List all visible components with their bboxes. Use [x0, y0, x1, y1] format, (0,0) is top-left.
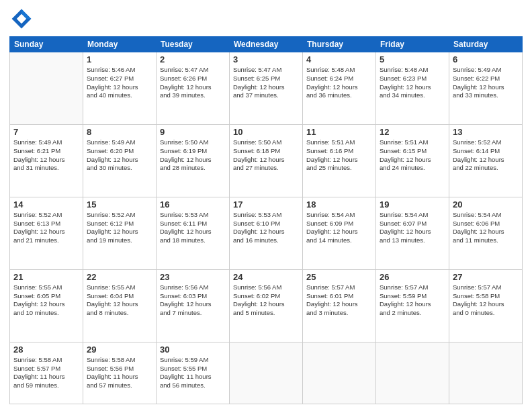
day-number: 12 — [380, 127, 445, 137]
day-info: Sunrise: 5:55 AM Sunset: 6:05 PM Dayligh… — [13, 283, 79, 318]
day-number: 20 — [453, 199, 519, 210]
day-number: 9 — [160, 127, 226, 137]
day-number: 6 — [453, 54, 519, 64]
weekday-header-monday: Monday — [83, 37, 157, 52]
day-info: Sunrise: 5:50 AM Sunset: 6:19 PM Dayligh… — [160, 138, 226, 173]
weekday-header-saturday: Saturday — [449, 37, 523, 52]
day-info: Sunrise: 5:52 AM Sunset: 6:12 PM Dayligh… — [87, 211, 152, 245]
day-number: 25 — [306, 272, 372, 282]
day-info: Sunrise: 5:55 AM Sunset: 6:04 PM Dayligh… — [87, 283, 152, 318]
day-number: 28 — [13, 345, 79, 355]
calendar-cell — [449, 342, 523, 404]
day-number: 22 — [87, 272, 152, 282]
calendar-cell: 16Sunrise: 5:53 AM Sunset: 6:11 PM Dayli… — [157, 197, 230, 269]
day-info: Sunrise: 5:47 AM Sunset: 6:26 PM Dayligh… — [160, 66, 226, 100]
day-info: Sunrise: 5:54 AM Sunset: 6:07 PM Dayligh… — [380, 211, 445, 245]
day-number: 15 — [87, 199, 152, 210]
day-info: Sunrise: 5:53 AM Sunset: 6:10 PM Dayligh… — [233, 211, 299, 245]
day-info: Sunrise: 5:54 AM Sunset: 6:06 PM Dayligh… — [453, 211, 519, 245]
calendar-cell: 11Sunrise: 5:51 AM Sunset: 6:16 PM Dayli… — [303, 124, 376, 197]
day-number: 27 — [453, 272, 519, 282]
calendar-cell: 24Sunrise: 5:56 AM Sunset: 6:02 PM Dayli… — [230, 269, 303, 342]
day-info: Sunrise: 5:57 AM Sunset: 6:01 PM Dayligh… — [306, 283, 372, 318]
calendar-cell: 6Sunrise: 5:49 AM Sunset: 6:22 PM Daylig… — [449, 52, 523, 125]
day-number: 11 — [306, 127, 372, 137]
calendar-cell: 2Sunrise: 5:47 AM Sunset: 6:26 PM Daylig… — [157, 52, 230, 125]
calendar-cell: 3Sunrise: 5:47 AM Sunset: 6:25 PM Daylig… — [230, 52, 303, 125]
day-info: Sunrise: 5:50 AM Sunset: 6:18 PM Dayligh… — [233, 138, 299, 173]
day-number: 1 — [87, 54, 152, 64]
calendar-cell: 26Sunrise: 5:57 AM Sunset: 5:59 PM Dayli… — [376, 269, 449, 342]
day-number: 5 — [380, 54, 445, 64]
day-number: 24 — [233, 272, 299, 282]
calendar-cell: 14Sunrise: 5:52 AM Sunset: 6:13 PM Dayli… — [10, 197, 83, 269]
day-number: 21 — [13, 272, 79, 282]
calendar-cell: 10Sunrise: 5:50 AM Sunset: 6:18 PM Dayli… — [230, 124, 303, 197]
day-number: 26 — [380, 272, 445, 282]
calendar-week-4: 28Sunrise: 5:58 AM Sunset: 5:57 PM Dayli… — [10, 342, 523, 404]
day-number: 3 — [233, 54, 299, 64]
calendar-cell: 15Sunrise: 5:52 AM Sunset: 6:12 PM Dayli… — [83, 197, 157, 269]
day-number: 18 — [306, 199, 372, 210]
day-info: Sunrise: 5:51 AM Sunset: 6:15 PM Dayligh… — [380, 138, 445, 173]
day-info: Sunrise: 5:51 AM Sunset: 6:16 PM Dayligh… — [306, 138, 372, 173]
calendar-cell: 17Sunrise: 5:53 AM Sunset: 6:10 PM Dayli… — [230, 197, 303, 269]
weekday-header-wednesday: Wednesday — [230, 37, 303, 52]
day-info: Sunrise: 5:47 AM Sunset: 6:25 PM Dayligh… — [233, 66, 299, 100]
day-info: Sunrise: 5:48 AM Sunset: 6:23 PM Dayligh… — [380, 66, 445, 100]
header — [9, 7, 523, 31]
day-info: Sunrise: 5:57 AM Sunset: 5:58 PM Dayligh… — [453, 283, 519, 318]
calendar-cell — [303, 342, 376, 404]
logo-icon — [9, 7, 34, 31]
calendar-cell: 5Sunrise: 5:48 AM Sunset: 6:23 PM Daylig… — [376, 52, 449, 125]
day-number: 17 — [233, 199, 299, 210]
calendar-cell: 19Sunrise: 5:54 AM Sunset: 6:07 PM Dayli… — [376, 197, 449, 269]
day-info: Sunrise: 5:52 AM Sunset: 6:14 PM Dayligh… — [453, 138, 519, 173]
calendar-cell: 22Sunrise: 5:55 AM Sunset: 6:04 PM Dayli… — [83, 269, 157, 342]
calendar-cell: 8Sunrise: 5:49 AM Sunset: 6:20 PM Daylig… — [83, 124, 157, 197]
day-info: Sunrise: 5:49 AM Sunset: 6:21 PM Dayligh… — [13, 138, 79, 173]
calendar-cell: 28Sunrise: 5:58 AM Sunset: 5:57 PM Dayli… — [10, 342, 83, 404]
day-number: 30 — [160, 345, 226, 355]
calendar-cell: 21Sunrise: 5:55 AM Sunset: 6:05 PM Dayli… — [10, 269, 83, 342]
calendar-cell: 18Sunrise: 5:54 AM Sunset: 6:09 PM Dayli… — [303, 197, 376, 269]
calendar-cell: 4Sunrise: 5:48 AM Sunset: 6:24 PM Daylig… — [303, 52, 376, 125]
day-number: 4 — [306, 54, 372, 64]
calendar-cell: 1Sunrise: 5:46 AM Sunset: 6:27 PM Daylig… — [83, 52, 157, 125]
calendar-cell: 9Sunrise: 5:50 AM Sunset: 6:19 PM Daylig… — [157, 124, 230, 197]
day-info: Sunrise: 5:52 AM Sunset: 6:13 PM Dayligh… — [13, 211, 79, 245]
weekday-header-sunday: Sunday — [10, 37, 83, 52]
calendar-week-1: 7Sunrise: 5:49 AM Sunset: 6:21 PM Daylig… — [10, 124, 523, 197]
weekday-header-tuesday: Tuesday — [157, 37, 230, 52]
day-info: Sunrise: 5:49 AM Sunset: 6:20 PM Dayligh… — [87, 138, 152, 173]
calendar-cell — [230, 342, 303, 404]
calendar-cell: 25Sunrise: 5:57 AM Sunset: 6:01 PM Dayli… — [303, 269, 376, 342]
day-number: 14 — [13, 199, 79, 210]
day-info: Sunrise: 5:58 AM Sunset: 5:57 PM Dayligh… — [13, 356, 79, 390]
day-number: 8 — [87, 127, 152, 137]
day-info: Sunrise: 5:54 AM Sunset: 6:09 PM Dayligh… — [306, 211, 372, 245]
day-info: Sunrise: 5:56 AM Sunset: 6:02 PM Dayligh… — [233, 283, 299, 318]
day-info: Sunrise: 5:53 AM Sunset: 6:11 PM Dayligh… — [160, 211, 226, 245]
day-number: 29 — [87, 345, 152, 355]
day-info: Sunrise: 5:56 AM Sunset: 6:03 PM Dayligh… — [160, 283, 226, 318]
day-info: Sunrise: 5:49 AM Sunset: 6:22 PM Dayligh… — [453, 66, 519, 100]
day-number: 19 — [380, 199, 445, 210]
day-number: 13 — [453, 127, 519, 137]
day-info: Sunrise: 5:48 AM Sunset: 6:24 PM Dayligh… — [306, 66, 372, 100]
page: SundayMondayTuesdayWednesdayThursdayFrid… — [0, 0, 532, 411]
calendar-cell: 7Sunrise: 5:49 AM Sunset: 6:21 PM Daylig… — [10, 124, 83, 197]
day-info: Sunrise: 5:59 AM Sunset: 5:55 PM Dayligh… — [160, 356, 226, 390]
day-info: Sunrise: 5:57 AM Sunset: 5:59 PM Dayligh… — [380, 283, 445, 318]
calendar-cell: 29Sunrise: 5:58 AM Sunset: 5:56 PM Dayli… — [83, 342, 157, 404]
day-number: 23 — [160, 272, 226, 282]
day-number: 7 — [13, 127, 79, 137]
calendar-table: SundayMondayTuesdayWednesdayThursdayFrid… — [9, 36, 523, 404]
calendar-cell: 12Sunrise: 5:51 AM Sunset: 6:15 PM Dayli… — [376, 124, 449, 197]
calendar-cell: 27Sunrise: 5:57 AM Sunset: 5:58 PM Dayli… — [449, 269, 523, 342]
day-info: Sunrise: 5:58 AM Sunset: 5:56 PM Dayligh… — [87, 356, 152, 390]
calendar-cell: 20Sunrise: 5:54 AM Sunset: 6:06 PM Dayli… — [449, 197, 523, 269]
calendar-week-2: 14Sunrise: 5:52 AM Sunset: 6:13 PM Dayli… — [10, 197, 523, 269]
calendar-week-3: 21Sunrise: 5:55 AM Sunset: 6:05 PM Dayli… — [10, 269, 523, 342]
calendar-cell: 30Sunrise: 5:59 AM Sunset: 5:55 PM Dayli… — [157, 342, 230, 404]
